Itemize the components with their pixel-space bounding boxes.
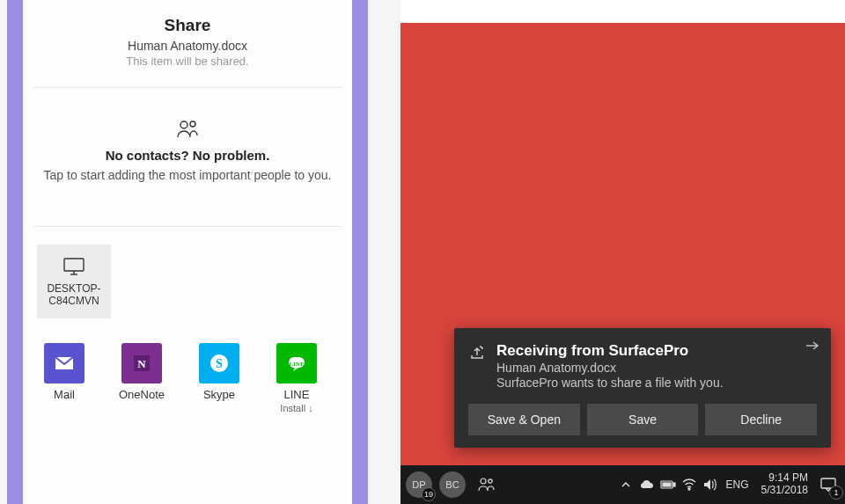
nearby-devices-row: DESKTOP-C84CMVN <box>33 227 342 327</box>
svg-text:S: S <box>216 357 223 370</box>
svg-point-13 <box>481 478 486 484</box>
svg-text:LINE: LINE <box>289 361 304 368</box>
toast-dismiss-button[interactable] <box>805 337 820 355</box>
share-apps-row: Mail N OneNote S <box>33 327 342 419</box>
app-tile-skype[interactable]: S Skype <box>194 343 245 402</box>
taskbar-contact-1[interactable]: DP 19 <box>406 471 432 498</box>
tray-chevron-icon[interactable] <box>615 479 636 490</box>
decline-button[interactable]: Decline <box>705 404 817 435</box>
people-icon <box>176 120 199 142</box>
line-icon: LINE <box>276 343 317 383</box>
share-note: This item will be shared. <box>33 55 342 88</box>
people-taskbar-icon[interactable] <box>473 477 499 493</box>
monitor-icon <box>62 257 85 279</box>
no-contacts-sub: Tap to start adding the most important p… <box>40 168 334 182</box>
wifi-tray-icon[interactable] <box>679 478 700 491</box>
language-indicator[interactable]: ENG <box>721 478 754 491</box>
app-label-line: LINE Install ↓ <box>280 389 312 415</box>
top-window-edge <box>400 0 845 23</box>
svg-point-14 <box>489 479 492 483</box>
app-install-hint: Install ↓ <box>280 403 312 413</box>
onedrive-tray-icon[interactable] <box>636 479 658 490</box>
onenote-icon: N <box>121 343 162 383</box>
toast-title: Receiving from SurfacePro <box>496 342 724 360</box>
skype-icon: S <box>199 343 239 383</box>
action-center-button[interactable]: 1 <box>815 471 841 498</box>
svg-point-18 <box>688 488 690 490</box>
share-card: Share Human Anatomy.docx This item will … <box>23 0 352 504</box>
svg-point-1 <box>190 121 195 127</box>
svg-text:N: N <box>137 357 146 370</box>
app-label-mail: Mail <box>54 389 75 402</box>
clock-date: 5/31/2018 <box>761 485 808 497</box>
taskbar-contact-2-initials: BC <box>445 479 459 490</box>
app-label-line-name: LINE <box>284 388 310 401</box>
toast-filename: Human Anatomy.docx <box>496 361 724 375</box>
app-tile-mail[interactable]: Mail <box>39 343 90 402</box>
battery-tray-icon[interactable] <box>658 479 679 490</box>
action-center-badge: 1 <box>829 486 843 500</box>
clock-time: 9:14 PM <box>761 472 808 485</box>
nearby-share-icon <box>468 344 486 365</box>
nearby-share-toast: Receiving from SurfacePro Human Anatomy.… <box>454 328 831 448</box>
svg-rect-16 <box>673 483 675 486</box>
app-tile-line[interactable]: LINE LINE Install ↓ <box>271 343 322 415</box>
svg-rect-2 <box>64 259 84 271</box>
save-and-open-button[interactable]: Save & Open <box>468 404 580 435</box>
taskbar: DP 19 BC ENG <box>400 465 845 504</box>
taskbar-contact-1-badge: 19 <box>422 487 436 501</box>
toast-message: SurfacePro wants to share a file with yo… <box>496 376 724 390</box>
app-label-skype: Skype <box>203 389 235 402</box>
share-filename: Human Anatomy.docx <box>33 39 342 53</box>
volume-tray-icon[interactable] <box>700 478 721 491</box>
share-title: Share <box>33 16 342 35</box>
desktop-background: Receiving from SurfacePro Human Anatomy.… <box>400 0 845 504</box>
save-button[interactable]: Save <box>587 404 699 435</box>
app-label-onenote: OneNote <box>119 389 165 402</box>
mail-icon <box>44 343 84 383</box>
svg-rect-17 <box>663 483 671 486</box>
taskbar-contact-2[interactable]: BC <box>439 471 466 498</box>
nearby-device-name: DESKTOP-C84CMVN <box>37 282 111 307</box>
no-contacts-heading: No contacts? No problem. <box>40 148 334 163</box>
svg-point-0 <box>180 121 187 128</box>
no-contacts-block[interactable]: No contacts? No problem. Tap to start ad… <box>33 88 342 227</box>
app-tile-onenote[interactable]: N OneNote <box>116 343 167 402</box>
share-pane-background: Share Human Anatomy.docx This item will … <box>7 0 368 504</box>
clock[interactable]: 9:14 PM 5/31/2018 <box>754 472 815 497</box>
nearby-device-tile[interactable]: DESKTOP-C84CMVN <box>37 245 111 318</box>
toast-actions-row: Save & Open Save Decline <box>468 404 817 435</box>
